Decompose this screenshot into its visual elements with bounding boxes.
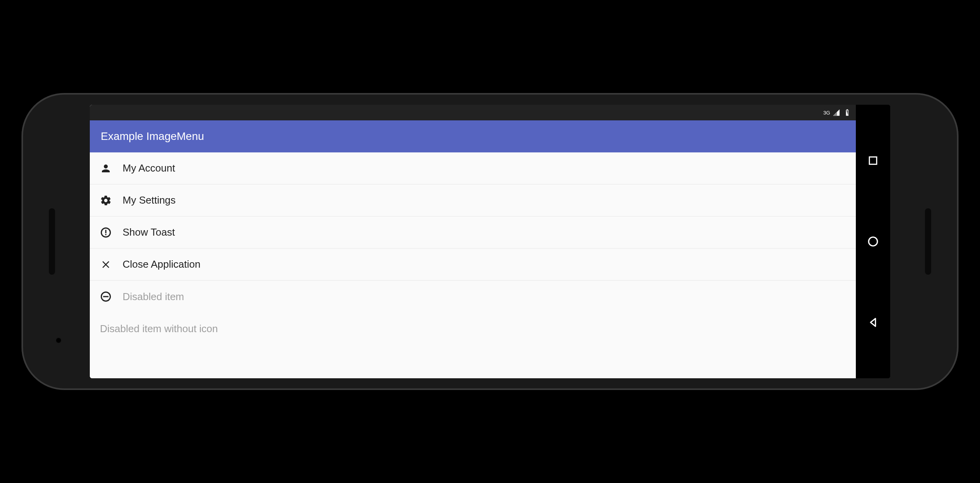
gear-icon [100,195,112,206]
menu-item-label: My Settings [123,194,176,206]
svg-rect-5 [870,157,877,165]
menu-item-disabled: Disabled item [90,281,856,313]
device-frame: 3G Example ImageMenu My Account [21,93,959,390]
minus-circle-icon [100,291,112,302]
nav-home-button[interactable] [866,235,880,248]
app-title: Example ImageMenu [101,130,204,143]
app-bar: Example ImageMenu [90,120,856,152]
person-icon [100,163,112,174]
nav-overview-button[interactable] [866,154,880,167]
svg-rect-4 [103,296,109,297]
svg-rect-1 [105,230,107,233]
svg-rect-2 [105,234,107,235]
menu-list: My Account My Settings Show Toast [90,152,856,378]
menu-item-label: Show Toast [123,226,175,238]
menu-item-label: My Account [123,162,175,174]
navigation-bar [856,105,890,378]
network-type-label: 3G [823,110,830,116]
speaker-grille-left [49,208,55,275]
battery-icon [843,109,851,116]
menu-item-show-toast[interactable]: Show Toast [90,216,856,249]
speaker-grille-right [925,208,931,275]
menu-item-my-settings[interactable]: My Settings [90,184,856,216]
screen: 3G Example ImageMenu My Account [90,105,856,378]
menu-item-disabled-no-icon: Disabled item without icon [90,313,856,345]
signal-icon [832,109,840,116]
svg-point-6 [869,237,878,246]
menu-item-label: Close Application [123,258,200,270]
menu-item-close-application[interactable]: Close Application [90,249,856,281]
screen-wrap: 3G Example ImageMenu My Account [90,105,890,378]
alert-circle-icon [100,227,112,238]
menu-item-label: Disabled item [123,291,184,303]
menu-item-label: Disabled item without icon [100,323,218,335]
close-icon [100,259,112,270]
status-bar: 3G [90,105,856,120]
front-camera [56,338,61,343]
nav-back-button[interactable] [866,316,880,329]
menu-item-my-account[interactable]: My Account [90,152,856,184]
